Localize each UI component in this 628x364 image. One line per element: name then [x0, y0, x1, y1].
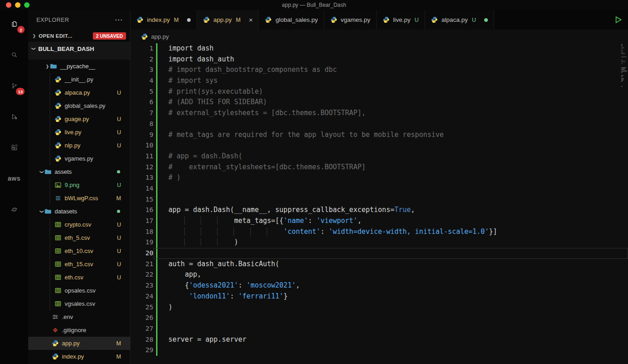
tree-item[interactable]: global_sales.py — [28, 99, 130, 112]
workspace-root-section[interactable]: ❯ BULL_BEAR_DASH — [28, 42, 130, 56]
tree-item[interactable]: index.pyM — [28, 350, 130, 363]
line-number[interactable]: 20 — [131, 248, 153, 259]
tree-item[interactable]: .env — [28, 310, 130, 324]
activity-source-control[interactable]: 13 — [0, 74, 28, 97]
code-line[interactable]: 25) — [131, 302, 628, 313]
line-number[interactable]: 29 — [131, 345, 153, 356]
line-number[interactable]: 7 — [131, 108, 153, 119]
line-number[interactable]: 2 — [131, 54, 153, 65]
tab-global-sales-py[interactable]: global_sales.py — [259, 10, 324, 30]
code-line[interactable]: 24 'london11': 'ferrari11'} — [131, 291, 628, 302]
activity-explorer[interactable]: 2 — [0, 12, 28, 35]
tab-vgames-py[interactable]: vgames.py — [324, 10, 377, 30]
tab-alpaca-py[interactable]: alpaca.pyU — [425, 10, 494, 30]
code-line[interactable]: 19 ) — [131, 237, 628, 248]
code-line[interactable]: 9# meta_tags are required for the app la… — [131, 130, 628, 141]
code-editor[interactable]: 1import dash2import dash_auth3# import d… — [131, 43, 628, 364]
line-number[interactable]: 11 — [131, 151, 153, 162]
line-number[interactable]: 14 — [131, 183, 153, 194]
more-actions-icon[interactable]: ⋯ — [115, 15, 123, 25]
activity-search[interactable] — [0, 43, 28, 66]
tree-item[interactable]: alpaca.pyU — [28, 86, 130, 99]
code-line[interactable]: 5# print(sys.executable) — [131, 86, 628, 97]
tree-item[interactable]: ❯assets — [28, 165, 130, 178]
line-number[interactable]: 17 — [131, 216, 153, 227]
code-line[interactable]: 18 'content': 'width=device-width, initi… — [131, 227, 628, 238]
tree-item[interactable]: eth.csvU — [28, 271, 130, 284]
activity-aws[interactable]: aws — [0, 167, 28, 190]
line-number[interactable]: 15 — [131, 194, 153, 205]
code-line[interactable]: 29 — [131, 345, 628, 356]
code-line[interactable]: 8 — [131, 119, 628, 130]
tree-item[interactable]: bWLwgP.cssM — [28, 192, 130, 205]
code-line[interactable]: 10 — [131, 140, 628, 151]
line-number[interactable]: 3 — [131, 65, 153, 76]
line-number[interactable]: 24 — [131, 291, 153, 302]
minimap[interactable] — [621, 44, 627, 88]
tab-live-py[interactable]: live.pyU — [377, 10, 425, 30]
activity-run-debug[interactable] — [0, 105, 28, 128]
line-number[interactable]: 19 — [131, 237, 153, 248]
code-line[interactable]: 15 — [131, 194, 628, 205]
tree-item[interactable]: eth_10.csvU — [28, 244, 130, 258]
dirty-dot-icon[interactable] — [484, 18, 488, 22]
line-number[interactable]: 28 — [131, 334, 153, 345]
tab-index-py[interactable]: index.pyM — [131, 10, 197, 30]
code-line[interactable]: 7# external_stylesheets = [dbc.themes.BO… — [131, 108, 628, 119]
line-number[interactable]: 9 — [131, 130, 153, 141]
run-file-button[interactable] — [614, 10, 623, 30]
line-number[interactable]: 26 — [131, 313, 153, 324]
line-number[interactable]: 23 — [131, 280, 153, 291]
line-number[interactable]: 25 — [131, 302, 153, 313]
line-number[interactable]: 6 — [131, 97, 153, 108]
tab-app-py[interactable]: app.pyM× — [197, 10, 259, 30]
line-number[interactable]: 1 — [131, 43, 153, 54]
code-line[interactable]: 26 — [131, 313, 628, 324]
code-line[interactable]: 13# ) — [131, 172, 628, 183]
breadcrumb[interactable]: app.py — [131, 30, 628, 43]
minimize-button[interactable] — [15, 2, 20, 8]
code-line[interactable]: 6# (ADD THIS FOR SIDEBAR) — [131, 97, 628, 108]
line-number[interactable]: 13 — [131, 172, 153, 183]
zoom-button[interactable] — [24, 2, 30, 8]
code-line[interactable]: 3# import dash_bootstrap_components as d… — [131, 65, 628, 76]
tree-item[interactable]: app.pyM — [28, 337, 130, 350]
line-number[interactable]: 21 — [131, 259, 153, 270]
tree-item[interactable]: nlp.pyU — [28, 139, 130, 152]
code-line[interactable]: 17 meta_tags=[{'name': 'viewport', — [131, 216, 628, 227]
code-line[interactable]: 4# import sys — [131, 76, 628, 86]
tree-item[interactable]: 9.pngU — [28, 178, 130, 192]
tree-item[interactable]: vgames.py — [28, 152, 130, 165]
line-number[interactable]: 27 — [131, 324, 153, 334]
tree-item[interactable]: live.pyU — [28, 126, 130, 139]
code-line[interactable]: 11# app = dash.Dash( — [131, 151, 628, 162]
line-number[interactable]: 4 — [131, 76, 153, 86]
tree-item[interactable]: ❯datasets — [28, 205, 130, 218]
line-number[interactable]: 10 — [131, 140, 153, 151]
line-number[interactable]: 18 — [131, 227, 153, 238]
close-icon[interactable]: × — [249, 16, 253, 23]
open-editors-section[interactable]: ❯ OPEN EDIT... 2 UNSAVED — [28, 30, 130, 42]
activity-extensions[interactable] — [0, 136, 28, 159]
dirty-dot-icon[interactable] — [187, 18, 191, 22]
code-line[interactable]: 23 {'odessa2021': 'moscow2021', — [131, 280, 628, 291]
tree-item[interactable]: __init__.py — [28, 73, 130, 86]
code-line[interactable]: 2import dash_auth — [131, 54, 628, 65]
code-line[interactable]: 20 — [131, 248, 628, 259]
code-line[interactable]: 27 — [131, 324, 628, 334]
line-number[interactable]: 22 — [131, 269, 153, 280]
code-line[interactable]: 21auth = dash_auth.BasicAuth( — [131, 259, 628, 270]
tree-item[interactable]: guage.pyU — [28, 112, 130, 126]
code-line[interactable]: 22 app, — [131, 269, 628, 280]
tree-item[interactable]: opsales.csv — [28, 284, 130, 297]
line-number[interactable]: 8 — [131, 119, 153, 130]
code-line[interactable]: 14 — [131, 183, 628, 194]
tree-item[interactable]: eth_15.csvU — [28, 258, 130, 271]
line-number[interactable]: 16 — [131, 205, 153, 216]
code-line[interactable]: 1import dash — [131, 43, 628, 54]
tree-item[interactable]: eth_5.csvU — [28, 231, 130, 244]
code-line[interactable]: 16app = dash.Dash(__name__, suppress_cal… — [131, 205, 628, 216]
tree-item[interactable]: crypto.csvU — [28, 218, 130, 231]
line-number[interactable]: 5 — [131, 86, 153, 97]
activity-remote-explorer[interactable] — [0, 197, 28, 221]
